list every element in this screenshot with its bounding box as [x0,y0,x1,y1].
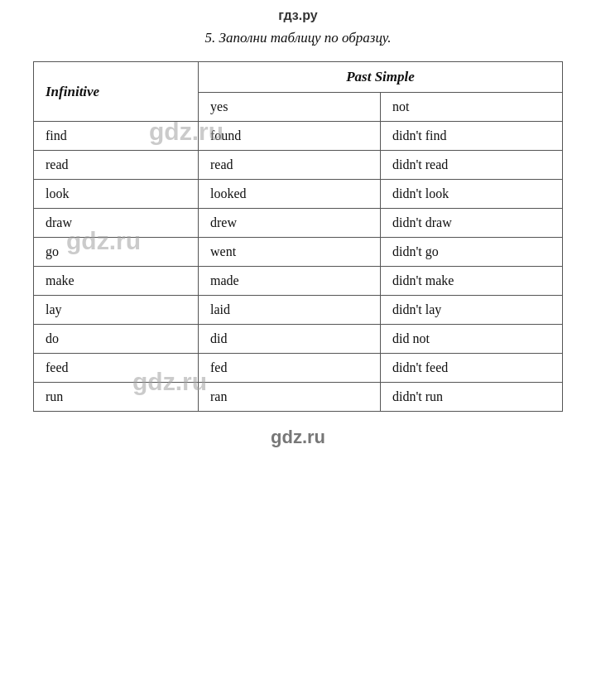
cell-not: didn't go [381,238,563,267]
cell-infinitive: lay [34,296,199,325]
cell-not: didn't make [381,267,563,296]
table-row: readreaddidn't read [34,151,563,180]
cell-not: didn't run [381,383,563,412]
cell-infinitive: feed [34,354,199,383]
cell-yes: went [199,238,381,267]
table-row: runrandidn't run [34,383,563,412]
col-header-infinitive: Infinitive [34,62,199,122]
cell-not: didn't lay [381,296,563,325]
col-header-past-simple: Past Simple [199,62,563,93]
task-title-text: 5. Заполни таблицу по образцу. [205,30,392,46]
cell-not: did not [381,325,563,354]
cell-yes: read [199,151,381,180]
col-sub-yes: yes [199,93,381,122]
cell-yes: ran [199,383,381,412]
table-row: makemadedidn't make [34,267,563,296]
table-row: laylaiddidn't lay [34,296,563,325]
header-row: Infinitive Past Simple [34,62,563,93]
cell-infinitive: find [34,122,199,151]
cell-not: didn't look [381,180,563,209]
cell-infinitive: draw [34,209,199,238]
table-row: feedfeddidn't feed [34,354,563,383]
cell-yes: drew [199,209,381,238]
table-row: gowentdidn't go [34,238,563,267]
task-title: 5. Заполни таблицу по образцу. [17,30,579,46]
footer-watermark: gdz.ru [17,427,579,448]
cell-infinitive: do [34,325,199,354]
col-sub-not: not [381,93,563,122]
table-wrapper: gdz.ru gdz.ru gdz.ru Infinitive Past Sim… [17,61,579,412]
table-body: findfounddidn't findreadreaddidn't readl… [34,122,563,412]
table-row: findfounddidn't find [34,122,563,151]
cell-yes: looked [199,180,381,209]
table-row: dodiddid not [34,325,563,354]
cell-not: didn't read [381,151,563,180]
cell-infinitive: run [34,383,199,412]
footer-site-label: gdz.ru [271,427,325,447]
cell-yes: made [199,267,381,296]
cell-yes: laid [199,296,381,325]
cell-not: didn't draw [381,209,563,238]
cell-yes: found [199,122,381,151]
cell-yes: did [199,325,381,354]
cell-infinitive: look [34,180,199,209]
header-site-label: гдз.ру [278,8,317,22]
cell-not: didn't find [381,122,563,151]
cell-not: didn't feed [381,354,563,383]
cell-infinitive: go [34,238,199,267]
table-row: drawdrewdidn't draw [34,209,563,238]
not-label: not [392,99,409,113]
site-header: гдз.ру [17,8,579,23]
cell-yes: fed [199,354,381,383]
cell-infinitive: read [34,151,199,180]
yes-label: yes [210,99,228,113]
infinitive-label: Infinitive [46,84,99,99]
conjugation-table: Infinitive Past Simple yes not findfound… [33,61,563,412]
cell-infinitive: make [34,267,199,296]
past-simple-label: Past Simple [346,69,415,84]
table-row: looklookeddidn't look [34,180,563,209]
